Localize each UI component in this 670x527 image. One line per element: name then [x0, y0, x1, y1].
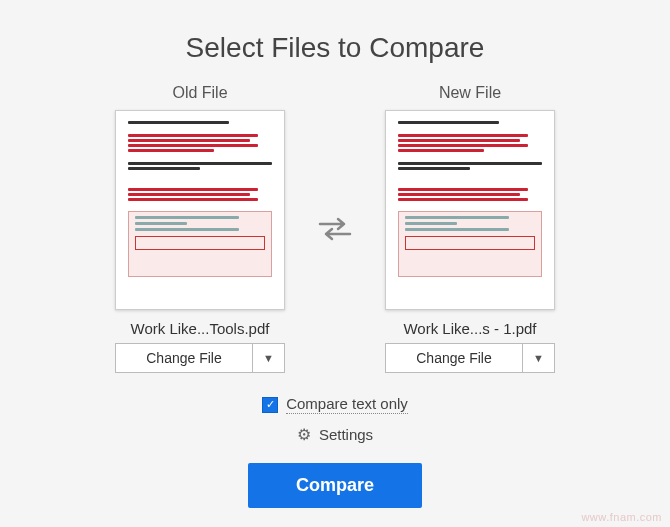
compare-text-only-checkbox[interactable]: ✓ [262, 397, 278, 413]
old-file-name: Work Like...Tools.pdf [131, 320, 270, 337]
swap-icon[interactable] [315, 209, 355, 249]
new-file-thumbnail[interactable] [385, 110, 555, 310]
old-change-file-dropdown[interactable]: ▼ [252, 344, 284, 372]
new-file-column: New File Work Like...s - 1.pdf Change Fi… [375, 84, 565, 373]
settings-label: Settings [319, 426, 373, 443]
old-file-label: Old File [172, 84, 227, 102]
gear-icon: ⚙ [297, 427, 311, 443]
new-file-label: New File [439, 84, 501, 102]
compare-text-only-label: Compare text only [286, 395, 408, 414]
watermark: www.fnam.com [581, 511, 662, 523]
file-pair: Old File Work Like...Tools.pdf Change Fi… [105, 84, 565, 373]
compare-text-only-row[interactable]: ✓ Compare text only [262, 395, 408, 414]
old-change-file-button[interactable]: Change File [116, 344, 252, 372]
new-file-name: Work Like...s - 1.pdf [403, 320, 536, 337]
options-area: ✓ Compare text only ⚙ Settings [262, 395, 408, 443]
compare-button[interactable]: Compare [248, 463, 422, 508]
old-file-column: Old File Work Like...Tools.pdf Change Fi… [105, 84, 295, 373]
settings-row[interactable]: ⚙ Settings [297, 426, 373, 443]
page-title: Select Files to Compare [186, 32, 485, 64]
new-change-file-group: Change File ▼ [385, 343, 555, 373]
old-file-thumbnail[interactable] [115, 110, 285, 310]
new-change-file-dropdown[interactable]: ▼ [522, 344, 554, 372]
old-change-file-group: Change File ▼ [115, 343, 285, 373]
new-change-file-button[interactable]: Change File [386, 344, 522, 372]
